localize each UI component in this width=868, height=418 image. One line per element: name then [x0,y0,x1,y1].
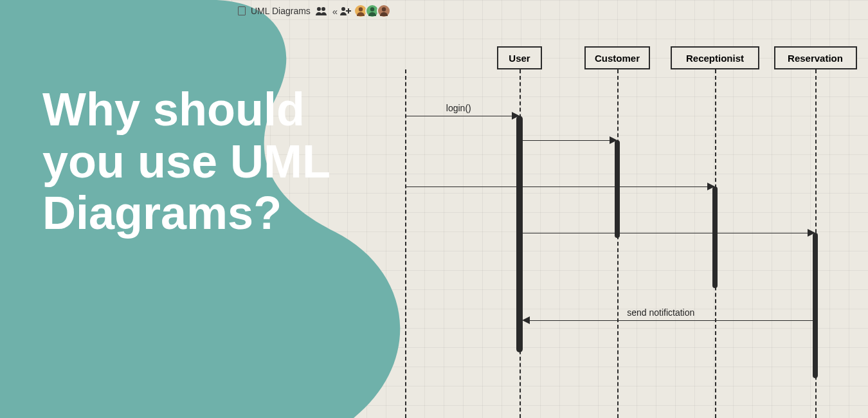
avatar[interactable] [377,4,391,18]
message-arrow [530,320,815,321]
svg-point-5 [382,7,386,11]
people-icon[interactable] [316,6,327,15]
arrowhead-icon [808,229,815,237]
add-user-icon[interactable] [339,6,351,15]
toolbar: UML Diagrams « [238,4,391,18]
activation-bar [813,233,818,378]
collapse-icon[interactable]: « [332,6,334,17]
message-label: login() [446,103,471,113]
lifeline-box[interactable]: Receptionist [671,46,759,69]
message-arrow [405,116,512,116]
arrowhead-icon [707,183,715,190]
arrowhead-icon [610,136,617,144]
lifeline-box[interactable]: Reservation [774,46,857,69]
svg-point-2 [341,7,345,11]
message-label: send notifictation [627,307,694,318]
message-arrow [405,186,707,187]
svg-point-0 [317,7,321,11]
svg-point-4 [370,7,374,11]
svg-point-1 [321,7,325,11]
document-title[interactable]: UML Diagrams [251,6,311,16]
file-icon [238,6,246,15]
collaborator-avatars [356,4,391,18]
lifeline-box[interactable]: Customer [584,46,650,69]
message-arrow [522,233,808,233]
message-arrow [520,140,610,141]
arrowhead-icon [512,112,520,120]
lifeline-dash [617,69,619,418]
lifeline-box[interactable]: User [497,46,542,69]
activation-bar [615,140,620,238]
stage: Why should you use UML Diagrams? UML Dia… [0,0,868,418]
headline-text: Why should you use UML Diagrams? [42,84,364,239]
svg-point-3 [359,7,363,11]
arrowhead-icon [522,316,530,324]
activation-bar [712,186,718,288]
actor-lifeline [405,69,406,418]
